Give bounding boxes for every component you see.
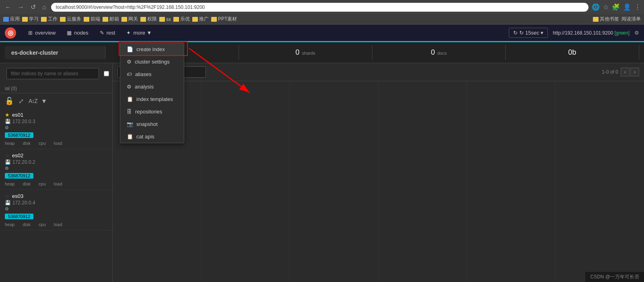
nav-overview-label: overview [35,30,56,36]
pagination: 1-0 of 0 ‹ › [602,68,639,76]
bookmark-other[interactable]: 其他书签 [593,16,619,23]
node-tag-es01: ⚙ [5,125,107,130]
node-item: ☆ es02 💾 172.20.0.2 ⚙ 536870912 heap dis… [0,149,112,190]
bookmark-cloud[interactable]: 云服务 [60,16,81,23]
bookmark-label: 应用 [10,16,20,23]
menu-item-analysis[interactable]: ⚙ analysis [120,80,184,93]
bottom-bar: CSDN @一万年可长否 [585,272,644,282]
bookmark-auth[interactable]: 权限 [140,16,157,23]
menu-item-index-templates[interactable]: 📋 index templates [120,93,184,105]
right-header: 1-0 of 0 ‹ › [113,63,644,81]
refresh-button[interactable]: ↺ [29,2,37,12]
aliases-icon: 🏷 [127,71,132,77]
bookmark-label: 工作 [48,16,58,23]
grid-icon: ⊞ [28,30,33,36]
node-star-icon: ☆ [5,193,10,199]
dropdown-arrow-icon[interactable]: ▾ [42,97,46,105]
metric-load: load [54,222,62,227]
node-name-label: es03 [12,193,23,199]
bookmark-ppt[interactable]: PPT素材 [211,16,237,23]
address-bar[interactable]: localhost:9000/#!/overview?host=http:%2F… [51,3,588,12]
bookmark-folder-icon [593,17,599,22]
snapshot-icon: 📷 [127,121,133,127]
bookmark-label: 其他书签 [600,16,619,23]
metric-disk: disk [23,181,31,186]
nav-overview[interactable]: ⊞ overview [23,24,61,42]
lock-icon[interactable]: 🔓 [5,97,14,105]
expand-icon[interactable]: ⤢ [19,97,24,105]
node-name-label: es02 [12,152,23,158]
menu-item-create-index[interactable]: 📄 create index [120,43,184,56]
menu-item-snapshot[interactable]: 📷 snapshot [120,118,184,130]
refresh-interval-button[interactable]: ↻ ↻ 15sec ▾ [509,28,548,38]
node-name-label: es01 [12,112,23,118]
menu-item-cat-apis[interactable]: 📋 cat apis [120,130,184,143]
shards-label: shards [302,51,315,56]
node-name-es02: ☆ es02 [5,152,107,158]
size-stat: 0b [506,45,639,60]
app-logo: ◎ [5,27,16,39]
dropdown-menu[interactable]: 📄 create index ⚙ cluster settings 🏷 alia… [120,43,184,143]
bookmark-work[interactable]: 工作 [41,16,58,23]
bottom-bar-text: CSDN @一万年可长否 [590,274,639,280]
bookmark-folder-icon [84,17,89,22]
create-index-icon: 📄 [127,46,133,52]
nav-nodes[interactable]: ▦ nodes [61,24,94,42]
node-ip-text: 172.20.0.3 [12,119,35,124]
bookmark-gateway[interactable]: 网关 [121,16,138,23]
col-3 [290,81,378,282]
nav-right: ↻ ↻ 15sec ▾ http://192.168.150.101:9200 … [509,28,639,38]
menu-icon[interactable]: ⋮ [634,3,641,11]
extensions-icon[interactable]: 🧩 [612,3,620,11]
bookmark-email[interactable]: 邮箱 [103,16,119,23]
translate-icon[interactable]: 🌐 [592,3,600,11]
forward-button[interactable]: → [16,3,26,12]
bookmark-folder-icon [22,17,28,22]
menu-item-repositories[interactable]: 🗄 repositories [120,105,184,118]
bookmark-promo[interactable]: 推广 [192,16,209,23]
cat-apis-label: cat apis [136,134,154,140]
main-content: ial (0) 🔓 ⤢ A↕Z ▾ ★ es01 💾 172.20.0.3 ⚙ … [0,63,644,282]
repositories-label: repositories [135,109,162,115]
metric-disk: disk [23,222,31,227]
node-ip-text: 172.20.0.2 [12,159,35,165]
bookmark-apps[interactable]: 应用 [3,16,20,23]
star-icon[interactable]: ☆ [603,3,609,11]
node-badge-es02: 536870912 [5,173,33,179]
metric-cpu: cpu [39,181,46,186]
bookmark-frontend[interactable]: 前端 [84,16,100,23]
create-index-label: create index [136,46,165,52]
sort-az-icon[interactable]: A↕Z [29,98,37,104]
settings-icon[interactable]: ⚙ [634,30,639,36]
metric-disk: disk [23,141,31,146]
bookmark-label: PPT素材 [218,16,237,23]
back-button[interactable]: ← [3,3,13,12]
node-ip-es01: 💾 172.20.0.3 [5,119,107,124]
home-button[interactable]: ⌂ [41,3,48,12]
node-metrics-es01: heap disk cpu load [5,141,107,146]
bookmark-label: 阅读清单 [621,16,641,23]
profile-icon[interactable]: 👤 [623,3,631,11]
analysis-label: analysis [135,84,154,90]
metric-heap: heap [5,181,14,186]
bookmark-leyou[interactable]: 乐优 [173,16,190,23]
indices-checkbox[interactable] [104,71,109,76]
next-page-button[interactable]: › [630,68,639,76]
menu-item-cluster-settings[interactable]: ⚙ cluster settings [120,56,184,68]
bookmark-sx[interactable]: sx [159,16,171,22]
browser-chrome: ← → ↺ ⌂ localhost:9000/#!/overview?host=… [0,0,644,25]
node-metrics-es02: heap disk cpu load [5,181,107,186]
prev-page-button[interactable]: ‹ [621,68,630,76]
bookmark-reading-list[interactable]: 阅读清单 [621,16,641,23]
docs-count: 0 [431,48,435,57]
node-metrics-es03: heap disk cpu load [5,222,107,227]
snapshot-label: snapshot [136,121,158,127]
nav-more[interactable]: ✦ more ▼ [121,24,157,42]
docs-label: docs [437,51,446,56]
filter-indices-input[interactable] [6,68,99,79]
cluster-settings-label: cluster settings [135,59,170,65]
bookmark-study[interactable]: 学习 [22,16,39,23]
nav-rest-label: rest [107,30,115,36]
nav-rest[interactable]: ✎ rest [94,24,121,42]
menu-item-aliases[interactable]: 🏷 aliases [120,68,184,80]
